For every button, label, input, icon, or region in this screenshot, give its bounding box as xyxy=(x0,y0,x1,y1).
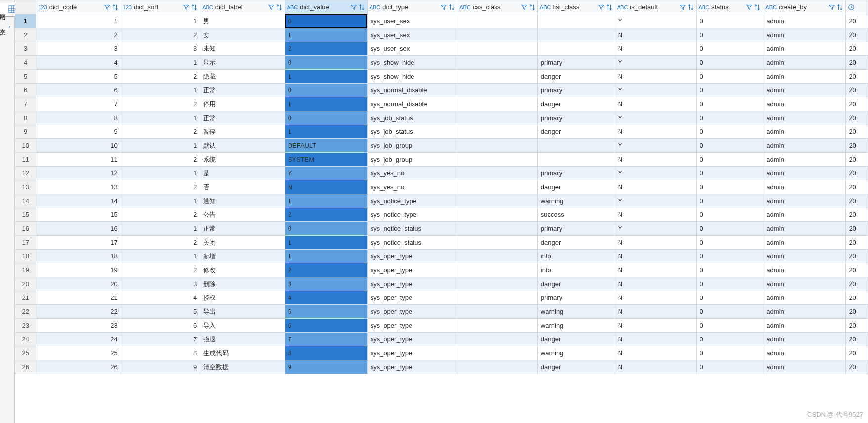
cell-dict_label[interactable]: 删除 xyxy=(200,277,285,291)
cell-status[interactable]: 0 xyxy=(696,263,763,277)
column-header-dict_label[interactable]: ABCdict_label xyxy=(200,0,285,14)
cell-is_default[interactable]: N xyxy=(615,291,696,305)
filter-icon[interactable] xyxy=(268,4,275,11)
cell-dict_value[interactable]: 4 xyxy=(285,291,367,305)
cell-dict_value[interactable]: 9 xyxy=(285,360,367,374)
cell-dict_type[interactable]: sys_oper_type xyxy=(367,305,457,319)
cell-dict_type[interactable]: sys_normal_disable xyxy=(367,97,457,111)
row-number[interactable]: 22 xyxy=(15,305,36,319)
row-number[interactable]: 2 xyxy=(15,28,36,42)
cell-extra[interactable]: 20 xyxy=(846,319,868,333)
sort-icon[interactable] xyxy=(276,4,283,11)
table-row[interactable]: 222女1sys_user_sexN0admin20 xyxy=(15,28,868,42)
cell-dict_label[interactable]: 女 xyxy=(200,28,285,42)
cell-extra[interactable]: 20 xyxy=(846,333,868,346)
filter-icon[interactable] xyxy=(746,4,753,11)
cell-list_class[interactable]: primary xyxy=(537,167,615,180)
row-number[interactable]: 19 xyxy=(15,263,36,277)
cell-dict_label[interactable]: 隐藏 xyxy=(200,70,285,84)
cell-dict_type[interactable]: sys_oper_type xyxy=(367,360,457,374)
data-grid[interactable]: 123dict_code123dict_sortABCdict_labelABC… xyxy=(15,0,868,423)
table-row[interactable]: 13132否Nsys_yes_nodangerN0admin20 xyxy=(15,180,868,194)
cell-dict_code[interactable]: 1 xyxy=(36,14,121,28)
cell-dict_sort[interactable]: 1 xyxy=(121,139,200,153)
cell-dict_type[interactable]: sys_oper_type xyxy=(367,250,457,263)
cell-css_class[interactable] xyxy=(457,97,538,111)
cell-dict_value[interactable]: 5 xyxy=(285,305,367,319)
cell-list_class[interactable]: primary xyxy=(537,111,615,125)
cell-dict_label[interactable]: 新增 xyxy=(200,250,285,263)
cell-dict_code[interactable]: 25 xyxy=(36,346,121,360)
table-row[interactable]: 12121是Ysys_yes_noprimaryY0admin20 xyxy=(15,167,868,180)
row-number[interactable]: 26 xyxy=(15,360,36,374)
cell-dict_label[interactable]: 清空数据 xyxy=(200,360,285,374)
cell-list_class[interactable]: danger xyxy=(537,333,615,346)
cell-is_default[interactable]: N xyxy=(615,70,696,84)
cell-dict_type[interactable]: sys_oper_type xyxy=(367,346,457,360)
cell-is_default[interactable]: N xyxy=(615,277,696,291)
cell-dict_type[interactable]: sys_show_hide xyxy=(367,56,457,70)
sort-icon[interactable] xyxy=(112,4,119,11)
cell-dict_type[interactable]: sys_user_sex xyxy=(367,42,457,56)
cell-dict_code[interactable]: 4 xyxy=(36,56,121,70)
cell-dict_value[interactable]: 3 xyxy=(285,277,367,291)
cell-extra[interactable]: 20 xyxy=(846,222,868,236)
cell-extra[interactable]: 20 xyxy=(846,84,868,97)
row-number[interactable]: 8 xyxy=(15,111,36,125)
cell-extra[interactable]: 20 xyxy=(846,291,868,305)
cell-create_by[interactable]: admin xyxy=(763,291,846,305)
cell-dict_label[interactable]: 系统 xyxy=(200,153,285,167)
cell-list_class[interactable]: danger xyxy=(537,277,615,291)
cell-status[interactable]: 0 xyxy=(696,111,763,125)
cell-css_class[interactable] xyxy=(457,277,538,291)
row-number[interactable]: 16 xyxy=(15,222,36,236)
column-header-extra[interactable] xyxy=(846,0,868,14)
row-number[interactable]: 18 xyxy=(15,250,36,263)
table-row[interactable]: 22225导出5sys_oper_typewarningN0admin20 xyxy=(15,305,868,319)
table-row[interactable]: 441显示0sys_show_hideprimaryY0admin20 xyxy=(15,56,868,70)
cell-create_by[interactable]: admin xyxy=(763,28,846,42)
row-number[interactable]: 15 xyxy=(15,208,36,222)
row-number[interactable]: 24 xyxy=(15,333,36,346)
cell-dict_value[interactable]: SYSTEM xyxy=(285,153,367,167)
cell-dict_value[interactable]: 1 xyxy=(285,70,367,84)
row-number[interactable]: 1 xyxy=(15,14,36,28)
filter-icon[interactable] xyxy=(440,4,447,11)
cell-dict_code[interactable]: 18 xyxy=(36,250,121,263)
cell-is_default[interactable]: Y xyxy=(615,56,696,70)
cell-dict_code[interactable]: 11 xyxy=(36,153,121,167)
cell-is_default[interactable]: N xyxy=(615,305,696,319)
cell-list_class[interactable]: danger xyxy=(537,360,615,374)
cell-dict_code[interactable]: 3 xyxy=(36,42,121,56)
cell-dict_value[interactable]: 1 xyxy=(285,97,367,111)
cell-status[interactable]: 0 xyxy=(696,360,763,374)
cell-list_class[interactable]: danger xyxy=(537,180,615,194)
cell-dict_sort[interactable]: 1 xyxy=(121,56,200,70)
cell-dict_value[interactable]: 7 xyxy=(285,333,367,346)
cell-dict_value[interactable]: 1 xyxy=(285,236,367,250)
cell-extra[interactable]: 20 xyxy=(846,208,868,222)
cell-create_by[interactable]: admin xyxy=(763,333,846,346)
cell-list_class[interactable]: danger xyxy=(537,97,615,111)
filter-icon[interactable] xyxy=(183,4,190,11)
cell-status[interactable]: 0 xyxy=(696,167,763,180)
cell-dict_value[interactable]: 2 xyxy=(285,263,367,277)
cell-dict_sort[interactable]: 1 xyxy=(121,167,200,180)
table-row[interactable]: 772停用1sys_normal_disabledangerN0admin20 xyxy=(15,97,868,111)
cell-status[interactable]: 0 xyxy=(696,277,763,291)
cell-extra[interactable]: 20 xyxy=(846,14,868,28)
cell-dict_sort[interactable]: 9 xyxy=(121,360,200,374)
cell-create_by[interactable]: admin xyxy=(763,42,846,56)
cell-dict_value[interactable]: DEFAULT xyxy=(285,139,367,153)
cell-is_default[interactable]: N xyxy=(615,319,696,333)
row-number[interactable]: 9 xyxy=(15,125,36,139)
cell-list_class[interactable]: warning xyxy=(537,305,615,319)
table-row[interactable]: 552隐藏1sys_show_hidedangerN0admin20 xyxy=(15,70,868,84)
cell-dict_code[interactable]: 16 xyxy=(36,222,121,236)
cell-dict_label[interactable]: 关闭 xyxy=(200,236,285,250)
table-row[interactable]: 11112系统SYSTEMsys_job_groupN0admin20 xyxy=(15,153,868,167)
table-row[interactable]: 992暂停1sys_job_statusdangerN0admin20 xyxy=(15,125,868,139)
cell-status[interactable]: 0 xyxy=(696,42,763,56)
sort-icon[interactable] xyxy=(358,4,365,11)
cell-css_class[interactable] xyxy=(457,250,538,263)
